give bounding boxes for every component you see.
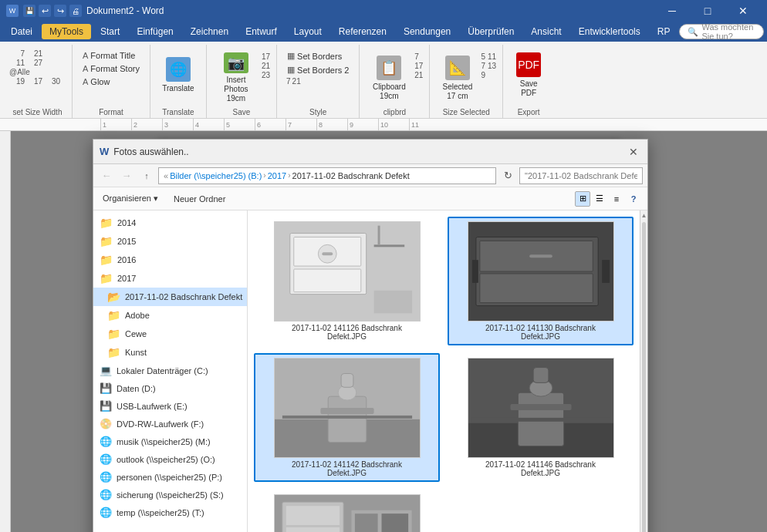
ribbon-group-size-selected-label: Size Selected [430, 108, 502, 116]
sidebar-item-drive-t[interactable]: 🌐 temp (\\speicher25) (T:) [93, 503, 247, 521]
menu-zeichnen[interactable]: Zeichnen [183, 24, 236, 39]
menu-datei[interactable]: Datei [3, 24, 40, 39]
sidebar-label-cewe: Cewe [125, 329, 147, 338]
translate-btn[interactable]: 🌐 Translate [157, 46, 200, 103]
sidebar-item-drive-p[interactable]: 🌐 personen (\\speicher25) (P:) [93, 468, 247, 486]
sidebar-item-adobe[interactable]: 📁 Adobe [93, 306, 247, 325]
back-button[interactable]: ← [98, 167, 115, 184]
ribbon-group-translate: 🌐 Translate Translate [150, 45, 207, 118]
sidebar-item-2014[interactable]: 📁 2014 [93, 214, 247, 232]
new-folder-button[interactable]: Neuer Ordner [167, 193, 231, 205]
svg-rect-33 [286, 527, 339, 532]
clipboard-btn[interactable]: 📋 Clipboard 19cm [366, 49, 412, 106]
menu-referenzen[interactable]: Referenzen [331, 24, 394, 39]
photo-item-1[interactable]: 2017-11-02 141126 Badschrank Defekt.JPG [254, 217, 440, 345]
dialog-search-input[interactable] [519, 167, 643, 184]
svg-rect-18 [328, 396, 366, 442]
print-icon[interactable]: 🖨 [69, 5, 82, 17]
sidebar-item-drive-m[interactable]: 🌐 musik (\\speicher25) (M:) [93, 433, 247, 450]
view-icons: ⊞ ☰ ≡ ? [575, 191, 641, 207]
svg-rect-7 [377, 226, 380, 245]
save-pdf-btn[interactable]: PDF Save PDF [509, 46, 548, 103]
sidebar-label-adobe: Adobe [125, 311, 150, 320]
grid-view-button[interactable]: ⊞ [575, 191, 590, 207]
ribbon-search[interactable]: Was möchten Sie tun? [701, 22, 755, 41]
close-button[interactable]: ✕ [725, 0, 761, 22]
dialog-title-text: Fotos auswählen.. [113, 146, 188, 157]
forward-button[interactable]: → [118, 167, 135, 184]
redo-icon[interactable]: ↪ [54, 5, 66, 17]
menu-bar: Datei MyTools Start Einfügen Zeichnen En… [0, 22, 767, 42]
set-borders-2-label: Set Borders 2 [297, 66, 349, 75]
list-view-button[interactable]: ☰ [592, 191, 607, 207]
format-title-btn[interactable]: A Format Title [79, 49, 139, 62]
sidebar-item-drive-d[interactable]: 💾 Daten (D:) [93, 379, 247, 397]
dialog-content: 📁 2014 📁 2015 📁 2016 📁 [93, 210, 647, 532]
selected-btn[interactable]: 📐 Selected 17 cm [436, 49, 478, 106]
ribbon-group-set-size: 721 1127 @Alle 19 17 30 set Size Width [3, 45, 73, 118]
breadcrumb-sep-2: › [288, 171, 290, 180]
menu-mytools[interactable]: MyTools [42, 24, 91, 39]
ribbon-group-set-size-label: set Size Width [3, 108, 72, 116]
menu-rp[interactable]: RP [650, 24, 678, 39]
svg-rect-22 [282, 416, 411, 419]
menu-ueberpruefen[interactable]: Überprüfen [460, 24, 522, 39]
sidebar-item-drive-s[interactable]: 🌐 sicherung (\\speicher25) (S:) [93, 486, 247, 503]
sidebar-item-2016[interactable]: 📁 2016 [93, 251, 247, 269]
sidebar-item-cewe[interactable]: 📁 Cewe [93, 325, 247, 343]
sidebar-item-drive-e[interactable]: 💾 USB-Laufwerk (E:) [93, 397, 247, 415]
photo-item-2[interactable]: 2017-11-02 141130 Badschrank Defekt.JPG [448, 217, 634, 345]
up-button[interactable]: ↑ [138, 167, 155, 184]
format-story-btn[interactable]: A Format Story [79, 62, 144, 75]
details-view-button[interactable]: ≡ [609, 191, 624, 207]
set-borders-2-btn[interactable]: ▦ Set Borders 2 [283, 63, 353, 76]
svg-rect-32 [286, 506, 339, 525]
maximize-button[interactable]: □ [690, 0, 725, 22]
menu-sendungen[interactable]: Sendungen [396, 24, 458, 39]
photo-item-3[interactable]: 2017-11-02 141142 Badschrank Defekt.JPG [254, 353, 440, 482]
menu-einfuegen[interactable]: Einfügen [129, 24, 181, 39]
svg-rect-13 [529, 254, 552, 258]
menu-layout[interactable]: Layout [286, 24, 329, 39]
refresh-button[interactable]: ↻ [499, 167, 516, 184]
sidebar-item-kunst[interactable]: 📁 Kunst [93, 343, 247, 362]
sidebar-label-drive-t: temp (\\speicher25) (T:) [117, 508, 204, 517]
quick-access-toolbar: 💾 ↩ ↪ 🖨 [23, 5, 82, 17]
sidebar-label-drive-o: outlook (\\speicher25) (O:) [117, 455, 215, 464]
photo-grid-scrollbar[interactable]: ▲ ▼ [640, 210, 647, 532]
ribbon-group-export-label: Export [503, 108, 554, 116]
photo-item-5[interactable]: 2017-11-02 141xxx Badschrank Defekt.JPG [254, 490, 440, 532]
scroll-up-arrow[interactable]: ▲ [640, 210, 647, 221]
breadcrumb-2017[interactable]: 2017 [268, 171, 286, 180]
breadcrumb-bilder[interactable]: Bilder (\\speicher25) (B:) [170, 171, 262, 180]
menu-entwurf[interactable]: Entwurf [238, 24, 285, 39]
sidebar-item-drive-o[interactable]: 🌐 outlook (\\speicher25) (O:) [93, 450, 247, 468]
help-button[interactable]: ? [626, 191, 641, 207]
set-borders-btn[interactable]: ▦ Set Borders [283, 49, 353, 62]
minimize-button[interactable]: ─ [654, 0, 690, 22]
insert-photos-icon: 📷 [224, 52, 248, 73]
save-icon[interactable]: 💾 [23, 5, 35, 17]
photo-item-4[interactable]: 2017-11-02 141146 Badschrank Defekt.JPG [448, 353, 634, 482]
sidebar-item-drive-f[interactable]: 📀 DVD-RW-Laufwerk (F:) [93, 415, 247, 433]
dialog-sidebar: 📁 2014 📁 2015 📁 2016 📁 [93, 210, 248, 532]
glow-btn[interactable]: A Glow [79, 76, 113, 88]
sidebar-item-badschrank[interactable]: 📂 2017-11-02 Badschrank Defekt [93, 288, 247, 306]
organize-button[interactable]: Organisieren ▾ [100, 192, 161, 205]
menu-entwicklertools[interactable]: Entwicklertools [571, 24, 648, 39]
insert-photos-btn[interactable]: 📷 Insert Photos 19cm [213, 49, 259, 106]
menu-start[interactable]: Start [93, 24, 127, 39]
folder-icon-2015: 📁 [100, 235, 113, 247]
dialog-close-button[interactable]: ✕ [626, 144, 641, 160]
window-controls: ─ □ ✕ [654, 0, 761, 22]
sidebar-item-2015[interactable]: 📁 2015 [93, 232, 247, 251]
scroll-thumb[interactable] [642, 222, 646, 532]
ribbon-group-translate-label: Translate [150, 108, 206, 116]
sidebar-item-drive-c[interactable]: 💻 Lokaler Datenträger (C:) [93, 362, 247, 379]
svg-rect-28 [510, 404, 571, 410]
menu-ansicht[interactable]: Ansicht [523, 24, 569, 39]
svg-rect-35 [354, 513, 377, 532]
sidebar-item-2017[interactable]: 📁 2017 [93, 269, 247, 288]
undo-icon[interactable]: ↩ [39, 5, 51, 17]
sidebar-label-badschrank: 2017-11-02 Badschrank Defekt [125, 292, 242, 301]
